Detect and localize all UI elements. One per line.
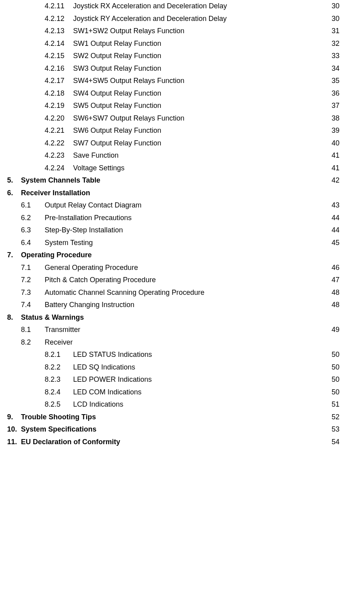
toc-number: 7.: [7, 249, 21, 262]
toc-title: Status & Warnings: [21, 311, 328, 324]
toc-number: 4.2.14: [45, 38, 73, 50]
toc-number: 8.: [7, 311, 21, 324]
toc-number: 4.2.20: [45, 112, 73, 125]
toc-page-number: 31: [328, 25, 339, 38]
toc-page-number: 32: [328, 38, 339, 50]
toc-row: 7.2Pitch & Catch Operating Procedure47: [7, 274, 339, 287]
toc-page-number: 35: [328, 75, 339, 87]
toc-row: 4.2.24Voltage Settings41: [7, 162, 339, 175]
toc-page-number: 36: [328, 87, 339, 100]
toc-page-number: 42: [328, 174, 339, 187]
toc-row: 4.2.20SW6+SW7 Output Relays Function38: [7, 112, 339, 125]
toc-title: Receiver Installation: [21, 187, 328, 200]
toc-row: 8.2.1LED STATUS Indications50: [7, 349, 339, 361]
toc-number: 4.2.11: [45, 0, 73, 13]
toc-number: 8.2.5: [45, 398, 73, 411]
toc-page-number: 53: [328, 423, 339, 436]
toc-number: 8.2.1: [45, 349, 73, 361]
toc-title: System Specifications: [21, 423, 328, 436]
toc-row: 10.System Specifications53: [7, 423, 339, 436]
toc-title: General Operating Procedure: [45, 262, 328, 274]
toc-page-number: 46: [328, 262, 339, 274]
toc-row: 4.2.11Joystick RX Acceleration and Decel…: [7, 0, 339, 13]
toc-title: EU Declaration of Conformity: [21, 436, 328, 449]
toc-row: 11.EU Declaration of Conformity54: [7, 436, 339, 449]
toc-title: SW2 Output Relay Function: [73, 50, 328, 62]
toc-page-number: 41: [328, 149, 339, 162]
toc-row: 8.2.3LED POWER Indications50: [7, 373, 339, 386]
toc-row: 4.2.19SW5 Output Relay Function37: [7, 100, 339, 112]
toc-title: Pitch & Catch Operating Procedure: [45, 274, 328, 287]
toc-title: SW5 Output Relay Function: [73, 100, 328, 112]
toc-page-number: 45: [328, 237, 339, 249]
toc-number: 8.2.4: [45, 386, 73, 399]
toc-number: 10.: [7, 423, 21, 436]
toc-page-number: 39: [328, 124, 339, 137]
toc-number: 9.: [7, 411, 21, 424]
toc-row: 7.3Automatic Channel Scanning Operating …: [7, 287, 339, 299]
toc-number: 4.2.13: [45, 25, 73, 38]
toc-row: 6.3Step-By-Step Installation44: [7, 224, 339, 237]
toc-row: 7.Operating Procedure: [7, 249, 339, 262]
toc-number: 11.: [7, 436, 21, 449]
toc-row: 4.2.17SW4+SW5 Output Relays Function35: [7, 75, 339, 87]
toc-title: System Testing: [45, 237, 328, 249]
toc-row: 5.System Channels Table42: [7, 174, 339, 187]
toc-row: 4.2.16SW3 Output Relay Function34: [7, 62, 339, 75]
toc-title: LED POWER Indications: [73, 373, 328, 386]
toc-row: 4.2.12Joystick RY Acceleration and Decel…: [7, 13, 339, 25]
toc-page-number: 44: [328, 212, 339, 224]
toc-page-number: 30: [328, 13, 339, 25]
toc-page-number: 34: [328, 62, 339, 75]
toc-page-number: 51: [328, 398, 339, 411]
toc-title: SW1 Output Relay Function: [73, 38, 328, 50]
toc-title: LED COM Indications: [73, 386, 328, 399]
toc-number: 8.1: [21, 324, 45, 336]
toc-number: 4.2.12: [45, 13, 73, 25]
toc-page-number: 54: [328, 436, 339, 449]
toc-row: 4.2.13SW1+SW2 Output Relays Function31: [7, 25, 339, 38]
toc-title: SW6+SW7 Output Relays Function: [73, 112, 328, 125]
toc-title: Voltage Settings: [73, 162, 328, 175]
toc-row: 9.Trouble Shooting Tips52: [7, 411, 339, 424]
toc-page-number: 48: [328, 287, 339, 299]
toc-row: 8.2.4LED COM Indications50: [7, 386, 339, 399]
toc-title: SW6 Output Relay Function: [73, 124, 328, 137]
toc-row: 4.2.15SW2 Output Relay Function33: [7, 50, 339, 62]
toc-title: SW1+SW2 Output Relays Function: [73, 25, 328, 38]
toc-title: LED STATUS Indications: [73, 349, 328, 361]
toc-title: Receiver: [45, 336, 328, 349]
toc-row: 4.2.22SW7 Output Relay Function40: [7, 137, 339, 150]
toc-number: 4.2.15: [45, 50, 73, 62]
toc-title: SW4 Output Relay Function: [73, 87, 328, 100]
toc-number: 6.: [7, 187, 21, 200]
toc-row: 6.Receiver Installation: [7, 187, 339, 200]
toc-row: 6.2Pre-Installation Precautions44: [7, 212, 339, 224]
toc-row: 8.2.5LCD Indications51: [7, 398, 339, 411]
toc-number: 4.2.16: [45, 62, 73, 75]
toc-row: 4.2.21SW6 Output Relay Function39: [7, 124, 339, 137]
toc-title: Automatic Channel Scanning Operating Pro…: [45, 287, 328, 299]
toc-number: 8.2: [21, 336, 45, 349]
toc-number: 7.2: [21, 274, 45, 287]
toc-title: Joystick RY Acceleration and Deceleratio…: [73, 13, 328, 25]
toc-number: 6.4: [21, 237, 45, 249]
toc-number: 8.2.3: [45, 373, 73, 386]
toc-row: 4.2.18SW4 Output Relay Function36: [7, 87, 339, 100]
toc-title: LCD Indications: [73, 398, 328, 411]
toc-row: 8.2Receiver: [7, 336, 339, 349]
toc-page-number: 30: [328, 0, 339, 13]
toc-title: Operating Procedure: [21, 249, 328, 262]
toc-page-number: 47: [328, 274, 339, 287]
toc-row: 7.4Battery Changing Instruction48: [7, 299, 339, 311]
toc-row: 4.2.14SW1 Output Relay Function32: [7, 38, 339, 50]
toc-page-number: 44: [328, 224, 339, 237]
toc-page-number: 52: [328, 411, 339, 424]
toc-number: 4.2.22: [45, 137, 73, 150]
toc-number: 6.2: [21, 212, 45, 224]
toc-row: 6.1Output Relay Contact Diagram43: [7, 199, 339, 212]
toc-number: 6.1: [21, 199, 45, 212]
toc-number: 4.2.18: [45, 87, 73, 100]
toc-title: Pre-Installation Precautions: [45, 212, 328, 224]
toc-page-number: 50: [328, 373, 339, 386]
